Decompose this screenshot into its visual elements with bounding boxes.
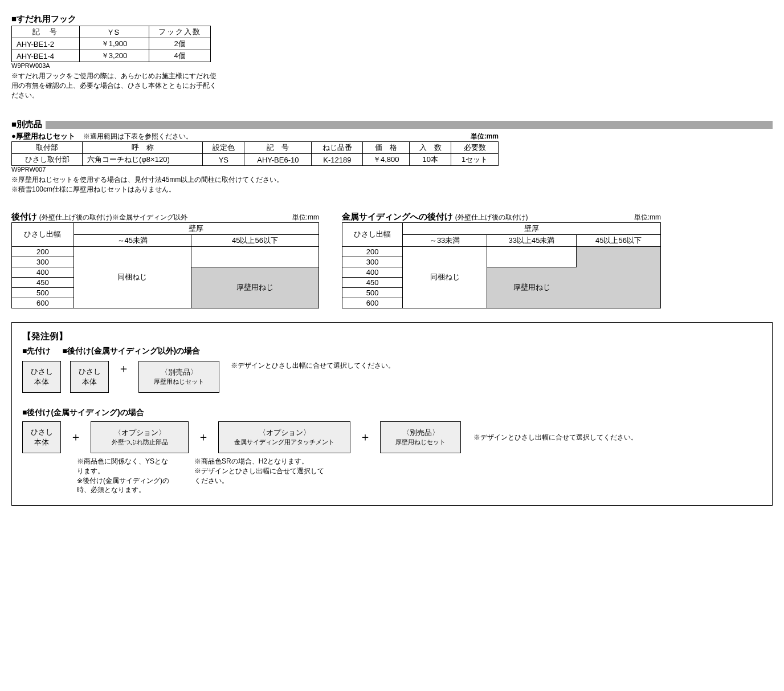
tl-r5: 600 [12, 298, 74, 308]
hook-table: 記 号 YS フック入数 AHY-BE1-2 ￥1,900 2個 AHY-BE1… [11, 26, 211, 62]
tr-cell-empty-mid [487, 246, 577, 267]
hook-th-code: 記 号 [12, 26, 80, 38]
tr-r5: 600 [342, 298, 403, 308]
order-foot-b: ※商品色SRの場合、H2となります。 ※デザインとひさし出幅に合せて選択してくだ… [194, 457, 325, 485]
tr-colgroup: 壁厚 [403, 222, 661, 234]
hook-code-0: AHY-BE1-2 [12, 38, 80, 50]
ss-th-0: 取付部 [12, 142, 83, 154]
chip-body-3: ひさし 本体 [22, 421, 61, 453]
tl-unit: 単位:mm [292, 213, 319, 222]
tr-r2: 400 [342, 267, 403, 277]
screwset-unit: 単位:mm [471, 132, 499, 141]
hook-price-0: ￥1,900 [79, 38, 149, 50]
ss-note2: ※積雪100cm仕様に厚壁用ねじセットはありません。 [11, 185, 773, 194]
tr-r4: 500 [342, 287, 403, 298]
tl-cell-b: 厚壁用ねじ [191, 267, 318, 308]
plus-3: ＋ [198, 429, 209, 445]
tr-table: ひさし出幅 壁厚 ～33未満 33以上45未満 45以上56以下 200 同梱ね… [342, 222, 661, 308]
chip-opt-3: 〈オプション〉 金属サイディング用アタッチメント [218, 421, 350, 453]
ss-price: ￥4,800 [363, 154, 410, 166]
chip-body-2: ひさし 本体 [70, 361, 109, 393]
ss-th-2: 設定色 [203, 142, 244, 154]
ss-th-5: 価 格 [363, 142, 410, 154]
order-line1-b: ■後付け(金属サイディング以外)の場合 [62, 346, 200, 356]
ss-code: AHY-BE6-10 [244, 154, 312, 166]
chip-opt-2: 〈オプション〉 外壁つぶれ防止部品 [91, 421, 189, 453]
screwset-subnote: ※適用範囲は下表を参照ください。 [83, 132, 193, 141]
screwset-table: 取付部 呼 称 設定色 記 号 ねじ品番 価 格 入 数 必要数 ひさし取付部 … [11, 141, 499, 166]
tr-r1: 300 [342, 257, 403, 267]
separate-title-bar: ■別売品 [11, 119, 773, 130]
tr-title: 金属サイディングへの後付け [342, 212, 453, 221]
ss-name: 六角コーチねじ(φ8×120) [83, 154, 203, 166]
tr-r0: 200 [342, 246, 403, 257]
tr-unit: 単位:mm [634, 213, 661, 222]
separate-title: ■別売品 [11, 119, 42, 130]
tl-cell-empty1 [191, 246, 318, 267]
tl-r4: 500 [12, 287, 74, 298]
order-line1-a: ■先付け [22, 346, 51, 356]
ss-th-1: 呼 称 [83, 142, 203, 154]
hook-ref: W9PRW003A [11, 62, 773, 69]
tl-r2: 400 [12, 267, 74, 277]
plus-4: ＋ [360, 429, 371, 445]
hook-th-qty: フック入数 [149, 26, 211, 38]
ss-th-4: ねじ品番 [312, 142, 363, 154]
ss-need: 1セット [451, 154, 499, 166]
ss-part: ひさし取付部 [12, 154, 83, 166]
order-line1-note: ※デザインとひさし出幅に合せて選択してください。 [231, 361, 395, 371]
chip-opt-1: 〈別売品〉 厚壁用ねじセット [138, 361, 219, 393]
order-heading: 【発注例】 [22, 331, 762, 343]
tl-title: 後付け [11, 212, 37, 221]
hook-title: ■すだれ用フック [11, 14, 773, 25]
tl-r0: 200 [12, 246, 74, 257]
right-block: 金属サイディングへの後付け (外壁仕上げ後の取付け) 単位:mm ひさし出幅 壁… [342, 212, 661, 308]
plus-1: ＋ [118, 361, 129, 376]
tr-cell-a: 同梱ねじ [403, 246, 487, 308]
tl-cell-a: 同梱ねじ [74, 246, 191, 308]
order-line2-right-note: ※デザインとひさし出幅に合せて選択してください。 [473, 433, 638, 442]
left-block: 後付け (外壁仕上げ後の取付け)※金属サイディング以外 単位:mm ひさし出幅 … [11, 212, 319, 308]
order-line2-title: ■後付け(金属サイディング)の場合 [22, 408, 762, 418]
ss-ref: W9PRW007 [11, 166, 773, 173]
hook-price-1: ￥3,200 [79, 50, 149, 62]
tl-colgroup: 壁厚 [74, 222, 318, 234]
order-box: 【発注例】 ■先付け ■後付け(金属サイディング以外)の場合 ひさし 本体 ひさ… [11, 322, 773, 506]
chip-body-1: ひさし 本体 [22, 361, 61, 393]
tl-title-sub: (外壁仕上げ後の取付け)※金属サイディング以外 [39, 213, 187, 221]
screwset-subtitle: ●厚壁用ねじセット [11, 131, 75, 141]
tr-col-2: 45以上56以下 [576, 234, 660, 246]
tl-table: ひさし出幅 壁厚 ～45未満 45以上56以下 200 同梱ねじ 300 400… [11, 222, 319, 308]
tr-r3: 450 [342, 277, 403, 287]
hook-code-1: AHY-BE1-4 [12, 50, 80, 62]
ss-th-6: 入 数 [410, 142, 451, 154]
ss-th-7: 必要数 [451, 142, 499, 154]
ss-th-3: 記 号 [244, 142, 312, 154]
tl-rowhead: ひさし出幅 [12, 222, 74, 246]
tr-rowhead: ひさし出幅 [342, 222, 403, 246]
tl-r1: 300 [12, 257, 74, 267]
tr-cell-b-right [576, 246, 660, 308]
ss-color: YS [203, 154, 244, 166]
hook-qty-0: 2個 [149, 38, 211, 50]
plus-2: ＋ [70, 429, 81, 445]
hook-th-price: YS [79, 26, 149, 38]
tr-col-1: 33以上45未満 [487, 234, 577, 246]
chip-opt-4: 〈別売品〉 厚壁用ねじセット [380, 421, 461, 453]
tr-cell-b: 厚壁用ねじ [487, 267, 577, 308]
tl-col-1: 45以上56以下 [191, 234, 318, 246]
tr-title-sub: (外壁仕上げ後の取付け) [455, 213, 528, 221]
hook-note: ※すだれ用フックをご使用の際は、あらかじめお施主様にすだれ使用の有無を確認の上、… [11, 71, 222, 100]
ss-screw: K-12189 [312, 154, 363, 166]
order-foot-a: ※商品色に関係なく、YSとなります。 ※後付け(金属サイディング)の時、必須とな… [77, 457, 174, 495]
ss-qty: 10本 [410, 154, 451, 166]
hook-qty-1: 4個 [149, 50, 211, 62]
ss-note1: ※厚壁用ねじセットを使用する場合は、見付寸法45mm以上の間柱に取付けてください… [11, 175, 773, 185]
tl-col-0: ～45未満 [74, 234, 191, 246]
tr-col-0: ～33未満 [403, 234, 487, 246]
tl-r3: 450 [12, 277, 74, 287]
